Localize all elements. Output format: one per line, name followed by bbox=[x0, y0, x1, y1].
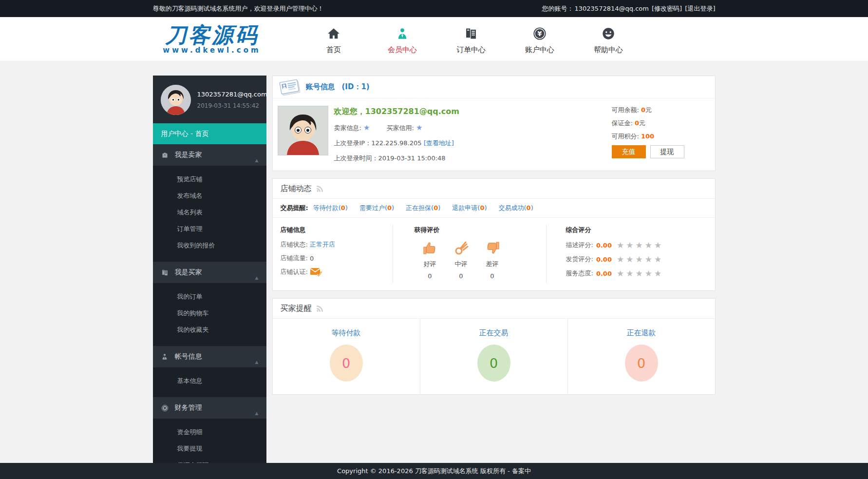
svg-text:¥: ¥ bbox=[537, 30, 542, 38]
order-icon bbox=[437, 24, 506, 40]
rss-icon bbox=[316, 184, 324, 193]
order-list-icon bbox=[161, 269, 169, 276]
nav-label: 首页 bbox=[300, 45, 368, 55]
buyer-col-label[interactable]: 正在交易 bbox=[420, 328, 567, 338]
buyer-star-icon: ★ bbox=[416, 123, 422, 132]
reminder-need-transfer[interactable]: 需要过户(0) bbox=[359, 204, 394, 212]
nav-label: 账户中心 bbox=[506, 45, 574, 55]
account-info-panel: 账号信息 (ID：1) 欢迎您，1302357281@qq.com 卖家信息:★… bbox=[272, 76, 716, 171]
yuan-unit: 元 bbox=[639, 119, 645, 127]
thumb-down-icon bbox=[477, 240, 508, 256]
last-ip-row: 上次登录IP：122.225.98.205 [查看地址] bbox=[334, 139, 612, 148]
seller-info-label: 卖家信息: bbox=[334, 124, 361, 132]
id-card-icon bbox=[279, 77, 301, 97]
nav-item-account-center[interactable]: ¥ 账户中心 bbox=[506, 24, 574, 55]
reminder-waiting-payment[interactable]: 等待付款(0) bbox=[313, 204, 348, 212]
trade-reminder-row: 交易提醒: 等待付款(0) 需要过户(0) 正在担保(0) 退款申请(0) 交易… bbox=[273, 199, 715, 218]
sidebar-item-received-offers[interactable]: 我收到的报价 bbox=[153, 237, 266, 254]
deposit-row: 保证金: 0元 bbox=[612, 119, 698, 128]
scores-column: 综合评分 描述评分: 0.00 ★★★★★ 发货评分: 0.00 ★★★★★ bbox=[547, 225, 715, 283]
sidebar-section-account-info[interactable]: 帐号信息 ▲ bbox=[153, 346, 266, 367]
sidebar-item-domain-list[interactable]: 域名列表 bbox=[153, 204, 266, 221]
deposit-value: 0 bbox=[635, 119, 639, 127]
score-label: 描述评分: bbox=[566, 241, 593, 249]
score-value: 0.00 bbox=[596, 242, 612, 249]
sidebar-item-my-orders[interactable]: 我的订单 bbox=[153, 288, 266, 305]
user-icon bbox=[161, 353, 169, 360]
sidebar-item-my-favorites[interactable]: 我的收藏夹 bbox=[153, 322, 266, 338]
buyer-col-label[interactable]: 等待付款 bbox=[273, 328, 420, 338]
sidebar-item-basic-info[interactable]: 基本信息 bbox=[153, 373, 266, 389]
reminder-trade-success[interactable]: 交易成功(0) bbox=[499, 204, 533, 212]
last-ip-text: 上次登录IP：122.225.98.205 bbox=[334, 139, 422, 147]
shop-traffic-row: 店铺流量: 0 bbox=[281, 254, 385, 263]
rating-label: 好评 bbox=[415, 260, 446, 268]
points-label: 可用积分: bbox=[612, 133, 639, 140]
shop-cert-row: 店铺认证: bbox=[281, 268, 385, 276]
nav-item-help-center[interactable]: 帮助中心 bbox=[574, 24, 643, 55]
buyer-refunding: 正在退款 0 bbox=[568, 319, 715, 394]
sidebar-section-seller[interactable]: 我是卖家 ▲ bbox=[153, 144, 266, 166]
buyer-reminder-panel: 买家提醒 等待付款 0 正在交易 0 正在退款 bbox=[272, 298, 716, 395]
sidebar-item-order-manage[interactable]: 订单管理 bbox=[153, 221, 266, 237]
rating-bad: 差评 0 bbox=[477, 240, 508, 280]
shop-status-link[interactable]: 正常开店 bbox=[310, 240, 335, 249]
buyer-count-badge: 0 bbox=[477, 345, 510, 382]
trade-reminder-label: 交易提醒: bbox=[281, 204, 308, 212]
sidebar-current-page[interactable]: 用户中心 - 首页 bbox=[153, 123, 266, 144]
logout-link[interactable]: [退出登录] bbox=[685, 5, 715, 12]
chevron-up-icon: ▲ bbox=[255, 411, 259, 416]
sidebar-item-fund-details[interactable]: 资金明细 bbox=[153, 424, 266, 441]
nav-item-home[interactable]: 首页 bbox=[300, 24, 368, 55]
sidebar-submenu-account-info: 基本信息 bbox=[153, 367, 266, 397]
points-value: 100 bbox=[641, 133, 654, 140]
sidebar-submenu-seller: 预览店铺 发布域名 域名列表 订单管理 我收到的报价 bbox=[153, 166, 266, 262]
reminder-refund-request[interactable]: 退款申请(0) bbox=[452, 204, 487, 212]
rating-value: 0 bbox=[477, 272, 508, 280]
rating-value: 0 bbox=[415, 272, 446, 280]
user-avatar-image bbox=[278, 106, 328, 155]
topbar-account-area: 您的账号：13023572814@qq.com [修改密码] [退出登录] bbox=[541, 4, 716, 13]
sidebar-section-label: 帐号信息 bbox=[175, 352, 202, 361]
chevron-up-icon: ▲ bbox=[255, 275, 259, 280]
rss-icon bbox=[316, 304, 324, 313]
briefcase-icon bbox=[161, 152, 169, 159]
buyer-credit-label: 买家信用: bbox=[386, 124, 414, 132]
sidebar-section-finance[interactable]: ¥ 财务管理 ▲ bbox=[153, 397, 266, 419]
top-bar: 尊敬的刀客源码测试域名系统用户，欢迎登录用户管理中心！ 您的账号：1302357… bbox=[0, 0, 868, 17]
rating-neutral: 中评 0 bbox=[446, 240, 477, 280]
balance-row: 可用余额: 0元 bbox=[612, 106, 698, 115]
star-rating-icons: ★★★★★ bbox=[617, 240, 663, 250]
score-label: 发货评分: bbox=[566, 255, 593, 264]
score-description: 描述评分: 0.00 ★★★★★ bbox=[566, 240, 715, 250]
nav-item-member-center[interactable]: 会员中心 bbox=[368, 24, 437, 55]
view-address-link[interactable]: [查看地址] bbox=[424, 139, 454, 147]
reminder-in-escrow[interactable]: 正在担保(0) bbox=[406, 204, 440, 212]
sidebar-section-buyer[interactable]: 我是买家 ▲ bbox=[153, 262, 266, 283]
sidebar-item-withdraw[interactable]: 我要提现 bbox=[153, 441, 266, 457]
score-value: 0.00 bbox=[596, 256, 612, 263]
withdraw-button[interactable]: 提现 bbox=[650, 145, 684, 158]
nav-label: 会员中心 bbox=[368, 45, 437, 55]
coin-icon: ¥ bbox=[161, 404, 169, 412]
shop-traffic-label: 店铺流量: bbox=[281, 254, 308, 263]
email-verified-icon[interactable] bbox=[310, 268, 322, 276]
score-label: 服务态度: bbox=[566, 269, 593, 278]
change-password-link[interactable]: [修改密码] bbox=[652, 5, 682, 12]
ratings-title: 获得评价 bbox=[415, 226, 546, 234]
shop-info-title: 店铺信息 bbox=[281, 226, 385, 234]
buyer-panel-header: 买家提醒 bbox=[273, 299, 715, 319]
recharge-button[interactable]: 充值 bbox=[612, 145, 646, 158]
nav-item-order-center[interactable]: 订单中心 bbox=[437, 24, 506, 55]
site-logo[interactable]: 刀客源码 www.dkewl.com bbox=[160, 24, 264, 54]
score-value: 0.00 bbox=[596, 270, 612, 277]
sidebar-item-publish-domain[interactable]: 发布域名 bbox=[153, 188, 266, 204]
sidebar-item-my-cart[interactable]: 我的购物车 bbox=[153, 305, 266, 322]
star-rating-icons: ★★★★★ bbox=[617, 268, 663, 278]
buyer-col-label[interactable]: 正在退款 bbox=[568, 328, 715, 338]
nav-label: 帮助中心 bbox=[574, 45, 643, 55]
sidebar-user-email: 1302357281@qq.com bbox=[197, 91, 267, 98]
shop-traffic-value: 0 bbox=[310, 255, 314, 262]
sidebar-item-preview-shop[interactable]: 预览店铺 bbox=[153, 171, 266, 188]
rating-label: 差评 bbox=[477, 260, 508, 268]
